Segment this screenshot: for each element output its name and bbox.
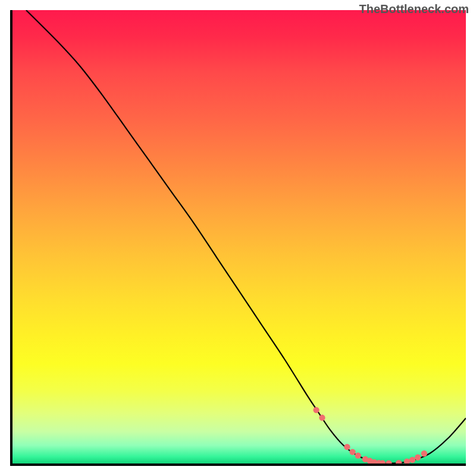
highlight-dot [421,450,427,456]
highlight-dot [313,407,319,413]
highlight-dot [344,444,350,450]
highlight-dot [355,452,361,458]
highlight-dot [349,449,355,455]
bottleneck-curve [26,10,466,464]
highlight-dot [409,457,415,463]
highlight-markers [313,407,427,464]
highlight-dot [386,460,392,464]
watermark-text: TheBottleneck.com [359,2,469,16]
chart-plot-area [10,10,466,466]
highlight-dot [404,458,410,464]
chart-svg [12,10,466,464]
highlight-dot [415,455,421,461]
highlight-dot [396,460,402,464]
highlight-dot [319,415,325,421]
